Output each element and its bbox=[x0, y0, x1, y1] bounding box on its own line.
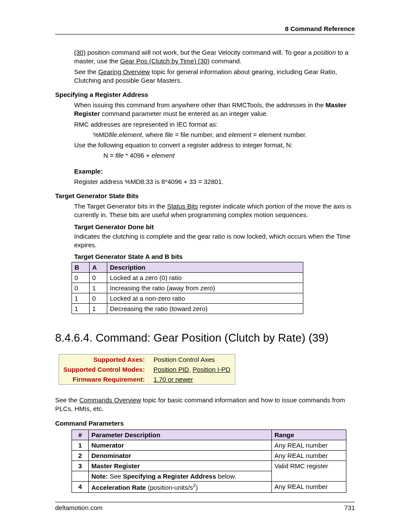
command-heading: 8.4.6.4. Command: Gear Position (Clutch … bbox=[55, 331, 355, 345]
heading-tg-ab: Target Generator State A and B bits bbox=[74, 253, 355, 260]
heading-command-params: Command Parameters bbox=[55, 420, 355, 427]
table-row: 2 Denominator Any REAL number bbox=[72, 450, 346, 460]
link-commands-overview[interactable]: Commands Overview bbox=[79, 396, 141, 404]
col-param-desc: Parameter Description bbox=[89, 429, 272, 440]
command-info-box: Supported Axes: Position Control Axes Su… bbox=[59, 354, 235, 385]
link-gear-pos-clutch-time[interactable]: Gear Pos (Clutch by Time) (30) bbox=[120, 57, 210, 65]
link-position-ipd[interactable]: Position I-PD bbox=[193, 366, 230, 373]
command-params-table: # Parameter Description Range 1 Numerato… bbox=[72, 429, 346, 493]
col-a: A bbox=[90, 262, 107, 273]
info-fw-value: 1.70 or newer bbox=[149, 374, 235, 385]
link-status-bits[interactable]: Status Bits bbox=[167, 202, 198, 210]
heading-tg-done: Target Generator Done bit bbox=[74, 223, 355, 230]
col-range: Range bbox=[272, 429, 346, 440]
table-row: 4 Acceleration Rate (position-units/s2) … bbox=[72, 481, 346, 492]
running-header: 8 Command Reference bbox=[55, 25, 355, 34]
table-row: 1 Numerator Any REAL number bbox=[72, 440, 346, 450]
link-position-pid[interactable]: Position PID bbox=[153, 366, 189, 373]
example-body: Register address %MD8.33 is 8*4096 + 33 … bbox=[74, 177, 355, 186]
heading-register-address: Specifying a Register Address bbox=[55, 91, 355, 98]
col-num: # bbox=[72, 429, 89, 440]
intro-p1: (30) position command will not work, but… bbox=[74, 48, 355, 66]
page-footer: deltamotion.com 731 bbox=[55, 502, 355, 511]
regaddr-p2: RMC addresses are represented in IEC for… bbox=[74, 120, 355, 129]
info-fw-label: Firmware Requirement: bbox=[59, 374, 149, 385]
example-label: Example: bbox=[74, 167, 355, 176]
link-gear-30[interactable]: (30) bbox=[74, 49, 86, 56]
link-firmware[interactable]: 1.70 or newer bbox=[153, 376, 193, 383]
info-axes-value: Position Control Axes bbox=[149, 355, 235, 365]
param-note: Note: See Specifying a Register Address … bbox=[89, 471, 272, 481]
col-desc: Description bbox=[107, 262, 303, 273]
col-b: B bbox=[72, 262, 90, 273]
intro-p2: See the Gearing Overview topic for gener… bbox=[74, 68, 355, 85]
tgs-p1: The Target Generator bits in the Status … bbox=[74, 202, 355, 220]
commands-overview-p: See the Commands Overview topic for basi… bbox=[55, 396, 355, 414]
info-modes-label: Supported Control Modes: bbox=[59, 364, 149, 374]
regaddr-equation: N = file * 4096 + element bbox=[103, 151, 355, 160]
table-row: 01Increasing the ratio (away from zero) bbox=[72, 283, 303, 293]
footer-page-number: 731 bbox=[344, 504, 355, 511]
state-bits-table: B A Description 00Locked at a zero (0) r… bbox=[72, 262, 303, 314]
table-row: 00Locked at a zero (0) ratio bbox=[72, 273, 303, 283]
tg-done-body: Indicates the clutching is complete and … bbox=[74, 232, 355, 250]
info-modes-value: Position PID, Position I-PD bbox=[149, 364, 235, 374]
regaddr-format: %MDfile.element, where file = file numbe… bbox=[93, 131, 355, 139]
table-row: 11Decreasing the ratio (toward zero) bbox=[72, 304, 303, 314]
table-row: 10Locked at a non-zero ratio bbox=[72, 293, 303, 304]
link-gearing-overview[interactable]: Gearing Overview bbox=[98, 68, 150, 75]
info-axes-label: Supported Axes: bbox=[59, 355, 149, 365]
table-row: 3 Master Register Valid RMC register bbox=[72, 460, 346, 471]
footer-site: deltamotion.com bbox=[55, 504, 103, 511]
heading-tgs: Target Generator State Bits bbox=[55, 192, 355, 199]
regaddr-p1: When issuing this command from anywhere … bbox=[74, 101, 355, 118]
regaddr-p3: Use the following equation to convert a … bbox=[74, 141, 355, 149]
